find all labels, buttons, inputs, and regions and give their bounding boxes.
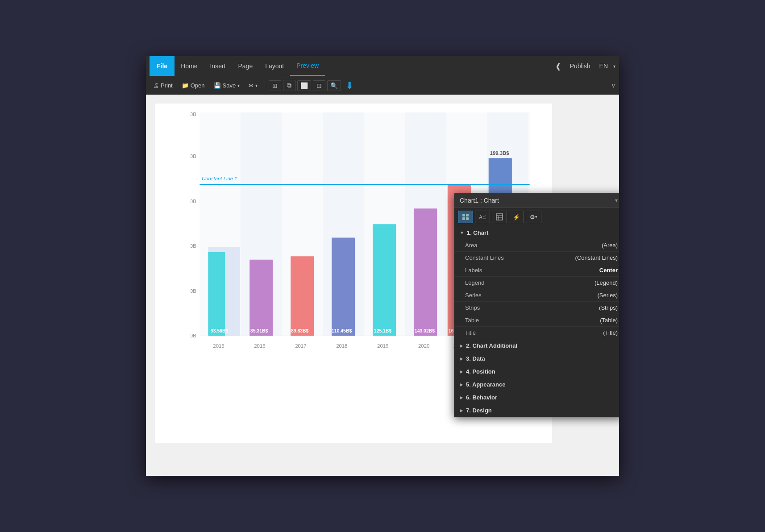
section-chart-additional-arrow: ▶ — [460, 343, 463, 348]
panel-toolbar: A↕Z ⚡ ⚙ ▾ — [454, 208, 619, 226]
section-appearance-arrow: ▶ — [460, 382, 463, 387]
section-chart-header[interactable]: ▼ 1. Chart — [454, 226, 619, 239]
svg-text:150B: 150B — [191, 199, 196, 204]
svg-text:199.3B$: 199.3B$ — [490, 150, 510, 156]
svg-text:200B: 200B — [191, 154, 196, 159]
svg-rect-17 — [291, 256, 314, 336]
prop-series[interactable]: Series (Series) — [454, 289, 619, 302]
prop-strips[interactable]: Strips (Strips) — [454, 302, 619, 314]
svg-text:100B: 100B — [191, 243, 196, 249]
prop-area-name: Area — [465, 242, 602, 249]
section-data-arrow: ▶ — [460, 356, 463, 361]
svg-text:2020: 2020 — [418, 343, 429, 349]
section-chart-label: 1. Chart — [467, 229, 488, 236]
menu-layout[interactable]: Layout — [259, 56, 290, 76]
lang-dropdown-icon[interactable]: ▾ — [613, 64, 615, 69]
section-appearance-header[interactable]: ▶ 5. Appearance — [454, 378, 619, 391]
svg-text:250B: 250B — [191, 112, 196, 117]
section-position-arrow: ▶ — [460, 369, 463, 374]
prop-area-value: (Area) — [602, 242, 618, 249]
lightning-icon: ⚡ — [513, 214, 520, 220]
svg-text:85.31B$: 85.31B$ — [250, 328, 268, 333]
panel-dropdown-icon[interactable]: ▾ — [615, 197, 618, 204]
svg-rect-15 — [249, 260, 273, 336]
prop-strips-name: Strips — [465, 304, 599, 311]
download-button[interactable]: ⬇ — [343, 79, 356, 92]
prop-table-name: Table — [465, 317, 600, 324]
section-position-header[interactable]: ▶ 4. Position — [454, 365, 619, 378]
prop-area[interactable]: Area (Area) — [454, 239, 619, 252]
email-icon: ✉ — [249, 82, 254, 89]
folder-icon: 📁 — [182, 82, 189, 89]
toolbar-view-btn[interactable]: ⬜ — [297, 80, 311, 91]
section-data-label: 3. Data — [466, 355, 485, 362]
panel-content: ▼ 1. Chart Area (Area) Constant Lines (C… — [454, 226, 619, 417]
prop-legend[interactable]: Legend (Legend) — [454, 277, 619, 289]
prop-series-value: (Series) — [597, 292, 618, 299]
svg-rect-49 — [466, 217, 469, 220]
menu-file[interactable]: File — [150, 56, 175, 76]
toolbar-layout-btn[interactable]: ⊡ — [313, 80, 325, 91]
properties-tab-button[interactable] — [458, 211, 473, 223]
prop-labels[interactable]: Labels Center — [454, 264, 619, 277]
toolbar-search-btn[interactable]: 🔍 — [327, 80, 341, 91]
sort-icon: A↕Z — [479, 214, 486, 220]
toolbar-grid-btn[interactable]: ⊞ — [269, 80, 281, 91]
section-chart-rows: Area (Area) Constant Lines (Constant Lin… — [454, 239, 619, 339]
prop-labels-name: Labels — [465, 267, 599, 274]
toolbar-separator — [265, 80, 265, 91]
print-icon: 🖨 — [153, 82, 159, 89]
section-appearance-label: 5. Appearance — [466, 381, 505, 388]
prop-table[interactable]: Table (Table) — [454, 314, 619, 327]
toolbar-copy-btn[interactable]: ⧉ — [283, 80, 295, 91]
section-chart-arrow: ▼ — [460, 230, 464, 235]
svg-text:Constant Line 1: Constant Line 1 — [202, 176, 237, 181]
share-icon[interactable]: ❰ — [555, 62, 561, 71]
svg-text:50B: 50B — [191, 288, 196, 294]
email-button[interactable]: ✉ ▾ — [245, 80, 261, 91]
email-dropdown-icon: ▾ — [255, 83, 258, 88]
section-chart-additional-label: 2. Chart Additional — [466, 342, 517, 349]
prop-constant-lines[interactable]: Constant Lines (Constant Lines) — [454, 252, 619, 264]
svg-rect-19 — [332, 238, 355, 336]
save-icon: 💾 — [214, 82, 221, 89]
svg-text:A↕Z: A↕Z — [479, 214, 486, 220]
prop-strips-value: (Strips) — [599, 304, 618, 311]
prop-table-value: (Table) — [600, 317, 618, 324]
menu-page[interactable]: Page — [232, 56, 259, 76]
svg-rect-21 — [373, 224, 396, 336]
save-button[interactable]: 💾 Save ▾ — [210, 80, 244, 91]
menu-insert[interactable]: Insert — [204, 56, 232, 76]
svg-rect-47 — [466, 214, 469, 216]
table-tab-button[interactable] — [492, 211, 507, 223]
menu-preview[interactable]: Preview — [290, 56, 325, 76]
print-button[interactable]: 🖨 Print — [150, 80, 176, 91]
section-data-header[interactable]: ▶ 3. Data — [454, 352, 619, 365]
prop-title-name: Title — [465, 329, 603, 336]
section-chart-additional-header[interactable]: ▶ 2. Chart Additional — [454, 339, 619, 352]
sort-tab-button[interactable]: A↕Z — [475, 211, 490, 223]
lang-selector[interactable]: EN — [599, 62, 608, 70]
svg-text:89.83B$: 89.83B$ — [291, 328, 309, 333]
panel-title: Chart1 : Chart — [460, 197, 615, 204]
menu-home[interactable]: Home — [175, 56, 204, 76]
svg-rect-23 — [414, 208, 437, 336]
menu-bar: File Home Insert Page Layout Preview ❰ P… — [146, 56, 619, 76]
section-design-header[interactable]: ▶ 7. Design — [454, 404, 619, 417]
prop-series-name: Series — [465, 292, 597, 299]
svg-rect-48 — [462, 217, 465, 220]
prop-title[interactable]: Title (Title) — [454, 327, 619, 339]
section-position-label: 4. Position — [466, 368, 495, 375]
svg-rect-51 — [496, 214, 503, 220]
svg-text:2019: 2019 — [377, 343, 388, 349]
properties-icon — [462, 213, 469, 220]
publish-button[interactable]: Publish — [566, 61, 594, 71]
lightning-tab-button[interactable]: ⚡ — [509, 211, 524, 223]
open-button[interactable]: 📁 Open — [178, 80, 208, 91]
section-behavior-header[interactable]: ▶ 6. Behavior — [454, 391, 619, 404]
app-window: File Home Insert Page Layout Preview ❰ P… — [146, 56, 619, 476]
prop-legend-name: Legend — [465, 279, 595, 286]
gear-tab-button[interactable]: ⚙ ▾ — [526, 211, 541, 223]
main-content: 93.58B$ 85.31B$ 89.83B$ 110.45B$ 125.1B$ — [146, 95, 619, 476]
toolbar-more[interactable]: ∨ — [611, 83, 615, 89]
